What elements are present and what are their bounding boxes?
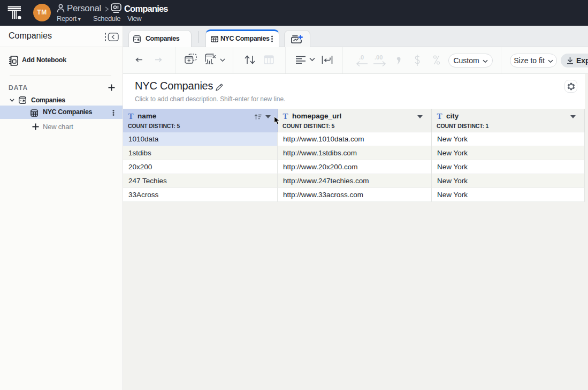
svg-text:.00: .00 [375, 55, 383, 61]
svg-text:.0: .0 [359, 55, 364, 61]
